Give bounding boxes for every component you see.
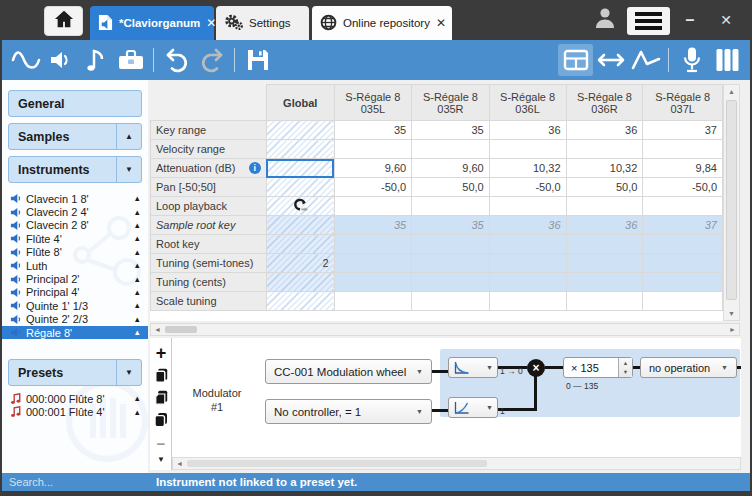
list-item[interactable]: Quinte 1' 1/3 — [2, 299, 148, 312]
table-cell[interactable] — [643, 273, 723, 292]
table-cell[interactable] — [412, 273, 490, 292]
list-item[interactable]: Quinte 2' 2/3 — [2, 313, 148, 326]
duplicate-modulator-button[interactable] — [150, 409, 172, 429]
table-cell[interactable] — [334, 235, 412, 254]
global-cell[interactable] — [266, 159, 334, 178]
global-cell[interactable] — [266, 235, 334, 254]
copy-modulator-button[interactable] — [150, 365, 172, 385]
global-cell[interactable] — [266, 140, 334, 159]
expand-icon[interactable] — [116, 157, 141, 182]
column-header[interactable]: Global — [266, 85, 334, 121]
table-cell[interactable]: 36 — [566, 216, 643, 235]
collapse-icon[interactable] — [134, 301, 141, 310]
table-cell[interactable] — [489, 254, 566, 273]
list-item[interactable]: Principal 4' — [2, 286, 148, 299]
collapse-icon[interactable] — [134, 261, 141, 270]
table-cell[interactable] — [489, 235, 566, 254]
toolbox-icon[interactable] — [113, 44, 148, 76]
user-account-button[interactable] — [592, 0, 618, 40]
list-item[interactable]: Clavecin 2 8' — [2, 219, 148, 232]
collapse-icon[interactable] — [134, 328, 141, 337]
table-cell[interactable]: 9,84 — [643, 159, 723, 178]
table-cell[interactable] — [566, 254, 643, 273]
tab-close-icon[interactable]: ✕ — [436, 16, 446, 30]
sine-wave-icon[interactable] — [8, 44, 43, 76]
info-icon[interactable]: i — [249, 162, 261, 174]
collapse-icon[interactable] — [134, 394, 141, 403]
table-cell[interactable]: 10,32 — [566, 159, 643, 178]
table-cell[interactable]: 10,32 — [489, 159, 566, 178]
table-cell[interactable] — [334, 273, 412, 292]
home-button[interactable] — [44, 6, 83, 36]
collapse-icon[interactable] — [134, 315, 141, 324]
table-cell[interactable]: 37 — [643, 121, 723, 140]
sidebar-section-general[interactable]: General — [8, 90, 142, 117]
table-cell[interactable] — [643, 140, 723, 159]
table-cell[interactable] — [334, 254, 412, 273]
scrollbar-thumb[interactable] — [165, 326, 197, 333]
audio-output-icon[interactable] — [43, 44, 78, 76]
table-cell[interactable]: 35 — [412, 216, 490, 235]
global-cell[interactable]: 2 — [266, 254, 334, 273]
column-header[interactable]: S-Régale 8036R — [566, 85, 643, 121]
column-header[interactable]: S-Régale 8036L — [489, 85, 566, 121]
global-cell[interactable] — [266, 216, 334, 235]
table-view-icon[interactable] — [558, 44, 593, 76]
redo-icon[interactable] — [194, 44, 229, 76]
table-cell[interactable] — [412, 235, 490, 254]
spin-buttons[interactable] — [618, 358, 632, 377]
table-cell[interactable] — [412, 254, 490, 273]
table-cell[interactable]: 50,0 — [566, 178, 643, 197]
table-cell[interactable] — [566, 273, 643, 292]
column-header[interactable]: S-Régale 8035R — [412, 85, 490, 121]
list-item[interactable]: Luth — [2, 259, 148, 272]
window-close-button[interactable]: ✕ — [714, 0, 738, 40]
modulator-source-select[interactable]: CC-001 Modulation wheel — [265, 359, 432, 384]
add-modulator-button[interactable] — [150, 343, 172, 363]
global-cell[interactable] — [266, 292, 334, 311]
tab-close-icon[interactable]: ✕ — [206, 16, 216, 30]
minimize-button[interactable]: – — [678, 0, 702, 40]
collapse-icon[interactable] — [134, 408, 141, 417]
table-cell[interactable]: 9,60 — [412, 159, 490, 178]
table-cell[interactable] — [643, 197, 723, 216]
table-cell[interactable]: 35 — [334, 121, 412, 140]
tab-online-repository[interactable]: Online repository ✕ — [312, 6, 452, 40]
table-cell[interactable] — [643, 254, 723, 273]
microphone-icon[interactable] — [674, 44, 709, 76]
table-cell[interactable]: -50,0 — [489, 178, 566, 197]
table-cell[interactable] — [412, 292, 490, 311]
table-cell[interactable] — [566, 140, 643, 159]
list-item[interactable]: 000:000 Flûte 8' — [2, 392, 148, 405]
table-cell[interactable]: 36 — [489, 121, 566, 140]
save-icon[interactable] — [240, 44, 275, 76]
scroll-up-icon[interactable] — [724, 85, 739, 98]
list-item[interactable]: Régale 8' — [2, 326, 148, 339]
scrollbar-thumb[interactable] — [726, 100, 737, 300]
table-cell[interactable]: 35 — [334, 216, 412, 235]
list-item[interactable]: Principal 2' — [2, 272, 148, 285]
table-cell[interactable]: 37 — [643, 216, 723, 235]
collapse-icon[interactable] — [134, 234, 141, 243]
modulator-operation-select[interactable]: no operation — [640, 357, 737, 378]
music-note-icon[interactable] — [78, 44, 113, 76]
table-cell[interactable] — [334, 292, 412, 311]
scroll-left-icon[interactable] — [151, 324, 164, 335]
table-cell[interactable] — [412, 197, 490, 216]
table-cell[interactable]: 35 — [412, 121, 490, 140]
list-item[interactable]: Flûte 4' — [2, 232, 148, 245]
table-cell[interactable] — [566, 235, 643, 254]
global-cell-loop-icon[interactable] — [266, 197, 334, 216]
curve-shape-select-secondary[interactable] — [448, 397, 498, 418]
modulator-amount-spinbox[interactable]: × 135 — [563, 357, 633, 378]
global-cell[interactable] — [266, 178, 334, 197]
table-cell[interactable] — [334, 197, 412, 216]
modulator-scroll-down-icon[interactable] — [150, 449, 172, 469]
curve-shape-select-primary[interactable] — [448, 357, 498, 378]
table-cell[interactable]: -50,0 — [643, 178, 723, 197]
collapse-icon[interactable] — [134, 208, 141, 217]
expand-icon[interactable] — [116, 360, 141, 385]
table-cell[interactable] — [412, 140, 490, 159]
table-cell[interactable] — [334, 140, 412, 159]
table-cell[interactable]: -50,0 — [334, 178, 412, 197]
